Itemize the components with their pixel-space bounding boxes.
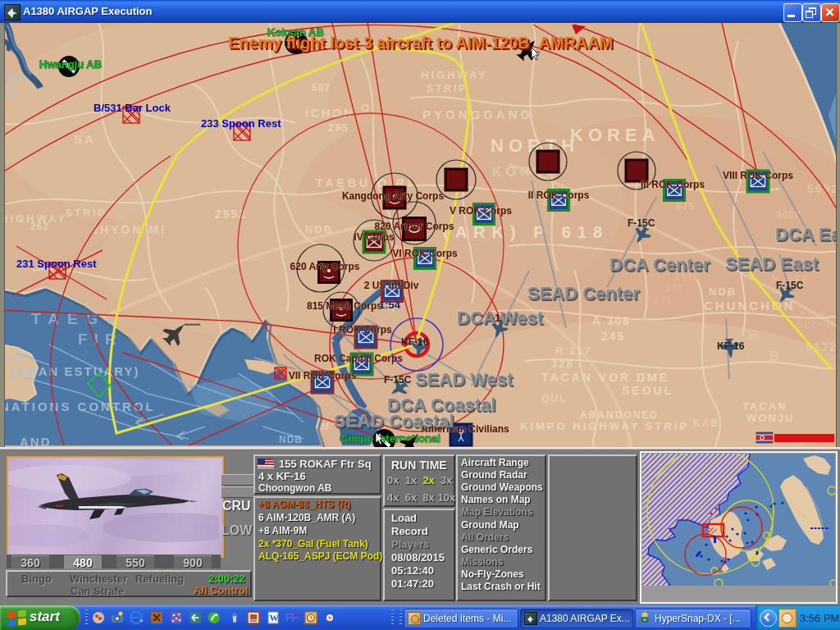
svg-text:32: 32: [5, 87, 20, 99]
svg-text:815 Mech Corps: 815 Mech Corps: [307, 300, 382, 312]
svg-text:SEAD Center: SEAD Center: [527, 283, 640, 304]
svg-text:820 Armor Corps: 820 Armor Corps: [375, 221, 454, 232]
svg-text:STRIP: STRIP: [66, 208, 107, 219]
svg-text:5602: 5602: [807, 182, 839, 195]
svg-text:NG: NG: [5, 71, 25, 84]
svg-text:SEAD Coastal: SEAD Coastal: [334, 411, 454, 431]
svg-text:KOREA: KOREA: [570, 125, 660, 145]
svg-text:ICHON: ICHON: [305, 107, 354, 120]
svg-text:KF-16: KF-16: [717, 340, 745, 352]
svg-text:675: 675: [676, 201, 695, 212]
svg-text:Kangdong Arty Corps: Kangdong Arty Corps: [342, 190, 445, 202]
svg-text:F-15C: F-15C: [628, 217, 655, 229]
svg-text:SA: SA: [74, 132, 96, 146]
svg-text:262: 262: [30, 221, 49, 232]
svg-text:SEAD East: SEAD East: [725, 253, 819, 274]
svg-text:O: O: [361, 102, 370, 114]
svg-text:I ROK Corps: I ROK Corps: [333, 324, 392, 336]
svg-text:Hwangju AB: Hwangju AB: [39, 58, 102, 71]
svg-text:FIR: FIR: [78, 331, 123, 348]
svg-text:HIGHWAY: HIGHWAY: [421, 69, 488, 81]
svg-text:VI ROK Corps: VI ROK Corps: [392, 248, 458, 259]
svg-text:F-15C: F-15C: [776, 280, 804, 291]
svg-text:328: 328: [551, 358, 574, 370]
svg-text:1:54: 1:54: [379, 299, 401, 311]
svg-text:SEAD West: SEAD West: [415, 369, 514, 390]
svg-text:V ROK Corps: V ROK Corps: [450, 205, 512, 217]
svg-text:PYONGGANG: PYONGGANG: [422, 107, 533, 121]
svg-text:587: 587: [312, 82, 331, 94]
svg-text:TACAN: TACAN: [742, 400, 788, 413]
svg-text:QUL: QUL: [541, 393, 567, 404]
svg-text:270: 270: [654, 294, 673, 306]
svg-text:3000: 3000: [776, 209, 801, 221]
svg-text:R 217: R 217: [555, 345, 592, 357]
svg-text:NORTH: NORTH: [491, 135, 579, 156]
svg-text:WONJU: WONJU: [746, 412, 794, 424]
svg-text:KAB: KAB: [693, 418, 719, 429]
svg-text:5172: 5172: [806, 340, 838, 354]
svg-text:KF-16: KF-16: [401, 336, 429, 348]
svg-text:NATIONS CONTROL: NATIONS CONTROL: [0, 399, 156, 413]
svg-text:233 Spoon Rest: 233 Spoon Rest: [201, 117, 281, 130]
svg-text:B: B: [769, 349, 781, 364]
svg-text:E: E: [748, 327, 759, 343]
svg-text:ute: ute: [7, 353, 23, 363]
svg-text:VII ROK Corps: VII ROK Corps: [289, 370, 357, 381]
svg-text:STRIP: STRIP: [427, 83, 468, 94]
svg-text:IHYON MI: IHYON MI: [94, 223, 167, 236]
svg-text:W: W: [270, 613, 279, 623]
svg-text:(ARK) P 618: (ARK) P 618: [443, 223, 609, 241]
svg-text:II ROK Corps: II ROK Corps: [528, 189, 590, 201]
svg-text:KIMPO HIGHWAY STRIP: KIMPO HIGHWAY STRIP: [520, 420, 689, 432]
svg-text:DCA Ea: DCA Ea: [775, 224, 840, 244]
svg-text:295: 295: [328, 121, 349, 134]
svg-text:ABANDONED: ABANDONED: [580, 409, 659, 421]
svg-text:B/531 Bar Lock: B/531 Bar Lock: [94, 102, 171, 114]
svg-text:DCA Center: DCA Center: [609, 254, 710, 275]
svg-text:IV Corps: IV Corps: [354, 231, 395, 243]
svg-text:2 US Inf Div: 2 US Inf Div: [364, 280, 419, 291]
svg-text:Enemy flight lost 3 aircraft t: Enemy flight lost 3 aircraft to AIM-120B…: [228, 34, 613, 52]
svg-text:A 306: A 306: [592, 314, 631, 327]
svg-text:F-15C: F-15C: [384, 374, 412, 386]
svg-text:620 Arty Corps: 620 Arty Corps: [290, 261, 360, 272]
svg-text:III ROK Corps: III ROK Corps: [641, 179, 705, 190]
svg-text:ROK Capital Corps: ROK Capital Corps: [314, 353, 403, 364]
svg-text:DCA West: DCA West: [457, 308, 544, 328]
svg-text:VIII ROK Corps: VIII ROK Corps: [723, 170, 793, 181]
svg-text:307: 307: [664, 282, 683, 294]
svg-text:NDB: NDB: [305, 223, 333, 235]
svg-text:NDB: NDB: [279, 434, 303, 445]
svg-text:(CHAN ESTUARY): (CHAN ESTUARY): [11, 364, 140, 378]
svg-text:245: 245: [601, 330, 625, 343]
svg-text:SEOUL: SEOUL: [797, 320, 833, 330]
svg-text:NDB: NDB: [709, 285, 737, 298]
svg-text:TACAN VOR DME: TACAN VOR DME: [541, 371, 669, 384]
svg-text:Gimpo International: Gimpo International: [340, 432, 441, 445]
svg-text:AND: AND: [20, 435, 52, 447]
svg-text:SEOUL: SEOUL: [622, 384, 673, 397]
svg-text:231 Spoon Rest: 231 Spoon Rest: [16, 258, 97, 270]
svg-text:P73A: P73A: [800, 309, 826, 319]
